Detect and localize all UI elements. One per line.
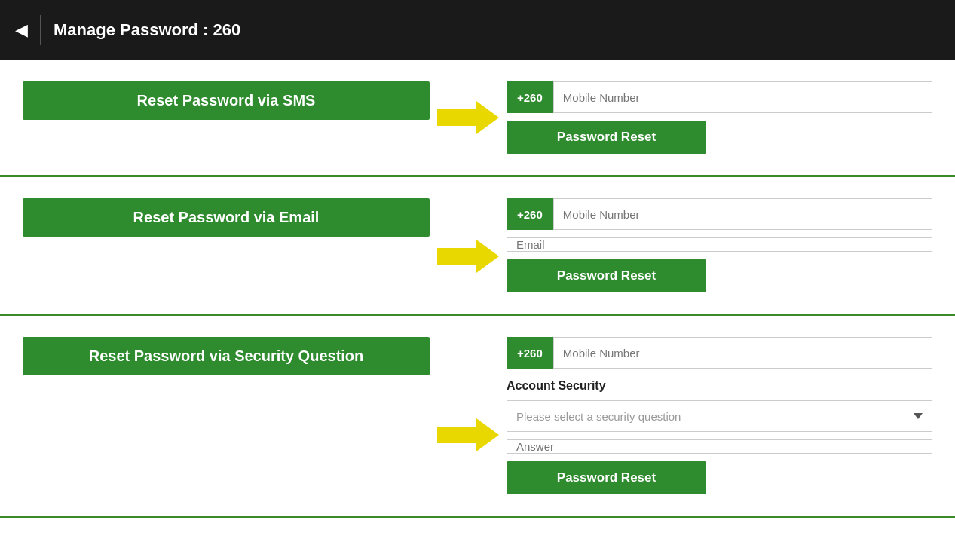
security-prefix: +260 xyxy=(507,337,553,369)
page-title: Manage Password : 260 xyxy=(54,20,240,40)
sms-form: +260 Password Reset xyxy=(507,81,932,154)
email-form: +260 Password Reset xyxy=(507,198,932,292)
email-mobile-row: +260 xyxy=(507,198,932,230)
security-form: +260 Account Security Please select a se… xyxy=(507,337,932,494)
security-question-select[interactable]: Please select a security question xyxy=(507,400,932,432)
sms-mobile-input[interactable] xyxy=(553,81,932,113)
security-answer-input[interactable] xyxy=(507,439,932,454)
security-section-label: Reset Password via Security Question xyxy=(23,337,430,375)
security-section: Reset Password via Security Question +26… xyxy=(0,316,955,518)
back-button[interactable]: ◀ xyxy=(15,20,28,40)
sms-section: Reset Password via SMS +260 Password Res… xyxy=(0,60,955,177)
account-security-label: Account Security xyxy=(507,379,932,393)
email-input[interactable] xyxy=(507,237,932,252)
security-mobile-input[interactable] xyxy=(553,337,932,369)
email-section-label: Reset Password via Email xyxy=(23,198,430,237)
header-divider xyxy=(40,15,41,45)
email-prefix: +260 xyxy=(507,198,553,230)
security-arrow xyxy=(437,418,499,451)
email-mobile-input[interactable] xyxy=(553,198,932,230)
header: ◀ Manage Password : 260 xyxy=(0,0,955,60)
sms-arrow xyxy=(437,101,499,134)
email-section: Reset Password via Email +260 Password R… xyxy=(0,177,955,316)
sms-mobile-row: +260 xyxy=(507,81,932,113)
sms-section-label: Reset Password via SMS xyxy=(23,81,430,120)
sms-reset-button[interactable]: Password Reset xyxy=(507,121,706,154)
email-arrow xyxy=(437,240,499,273)
sms-prefix: +260 xyxy=(507,81,553,113)
security-reset-button[interactable]: Password Reset xyxy=(507,461,706,494)
email-reset-button[interactable]: Password Reset xyxy=(507,259,706,292)
security-mobile-row: +260 xyxy=(507,337,932,369)
